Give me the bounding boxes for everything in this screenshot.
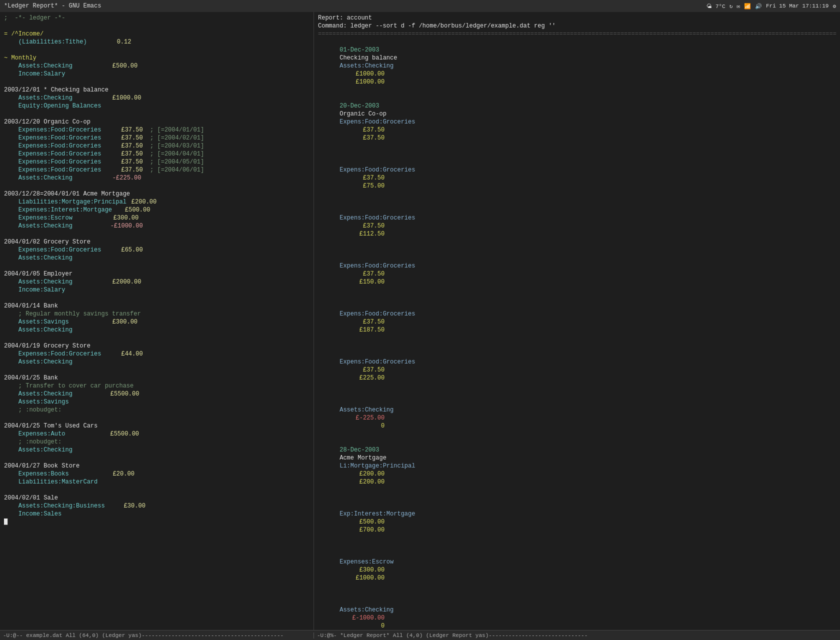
- signal-icon: 📶: [744, 3, 751, 10]
- table-row: 20-Dec-2003 Organic Co-op Expens:Food:Gr…: [318, 94, 836, 150]
- table-row: 01-Dec-2003 Checking balance Assets:Chec…: [318, 38, 836, 94]
- right-pane: Report: account Command: ledger --sort d…: [314, 12, 840, 630]
- left-pane[interactable]: ; -*- ledger -*- = /^Income/ (Liabilitie…: [0, 12, 314, 630]
- table-row: Assets:Checking £-225.00 0: [318, 390, 836, 438]
- settings-icon[interactable]: ⚙: [832, 3, 836, 10]
- refresh-icon[interactable]: ↻: [730, 3, 733, 10]
- command-line: Command: ledger --sort d -f /home/borbus…: [318, 22, 836, 30]
- table-row: Expens:Food:Groceries £37.50 £150.00: [318, 246, 836, 294]
- status-left: -U:@-- example.dat All (64,0) (Ledger ya…: [0, 632, 314, 638]
- table-row: Expens:Food:Groceries £37.50 £225.00: [318, 342, 836, 390]
- datetime: Fri 15 Mar 17:11:19: [766, 3, 828, 9]
- weather: 🌤 7°C: [706, 3, 725, 10]
- report-divider: ========================================…: [318, 30, 836, 38]
- table-row: Expens:Food:Groceries £37.50 £112.50: [318, 198, 836, 246]
- report-label: Report: account: [318, 14, 836, 22]
- table-row: Expens:Food:Groceries £37.50 £75.00: [318, 150, 836, 198]
- tithe-account: (Liabilities:Tithe): [18, 38, 87, 46]
- volume-icon[interactable]: 🔊: [755, 3, 762, 10]
- table-row: Assets:Checking £-1000.00 0: [318, 590, 836, 630]
- status-right: -U:@%- *Ledger Report* All (4,0) (Ledger…: [314, 632, 840, 638]
- status-bar: -U:@-- example.dat All (64,0) (Ledger ya…: [0, 630, 840, 640]
- title-bar: *Ledger Report* - GNU Emacs 🌤 7°C ↻ ✉ 📶 …: [0, 0, 840, 12]
- table-row: Expenses:Escrow £300.00 £1000.00: [318, 542, 836, 590]
- main-content: ; -*- ledger -*- = /^Income/ (Liabilitie…: [0, 12, 840, 630]
- table-row: 28-Dec-2003 Acme Mortgage Li:Mortgage:Pr…: [318, 438, 836, 494]
- monthly-header: ~ Monthly: [4, 54, 36, 62]
- email-icon[interactable]: ✉: [736, 3, 740, 10]
- table-row: Expens:Food:Groceries £37.50 £187.50: [318, 294, 836, 342]
- income-header: = /^Income/: [4, 30, 44, 38]
- ledger-comment: ; -*- ledger -*-: [4, 14, 310, 22]
- table-row: Exp:Interest:Mortgage £500.00 £700.00: [318, 494, 836, 542]
- app-title: *Ledger Report* - GNU Emacs: [4, 2, 101, 10]
